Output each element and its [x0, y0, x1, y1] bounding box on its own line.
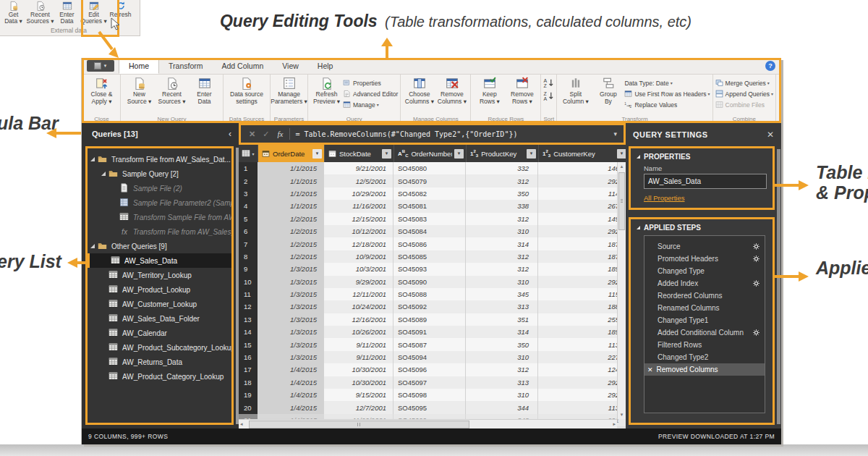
- row-number[interactable]: 7: [239, 237, 258, 250]
- table-cell[interactable]: 345: [466, 288, 538, 300]
- query-item[interactable]: AW_Territory_Lookup: [88, 268, 231, 282]
- query-item[interactable]: AW_Product_Subcategory_Lookup: [88, 340, 231, 355]
- table-cell[interactable]: 1/3/2015: [258, 326, 324, 338]
- applied-step[interactable]: ✕Removed Columns: [644, 363, 765, 376]
- row-number[interactable]: 15: [239, 338, 258, 350]
- column-header-customerkey[interactable]: 123CustomerKey▼: [539, 145, 626, 162]
- column-header-productkey[interactable]: 123ProductKey▼: [467, 145, 539, 162]
- row-number[interactable]: 10: [239, 276, 258, 288]
- ribbon-button-recent-sources[interactable]: RecentSources ▾: [156, 76, 188, 105]
- row-number[interactable]: 2: [239, 174, 258, 187]
- table-cell[interactable]: SO45094: [393, 351, 466, 363]
- horizontal-scroll-thumb[interactable]: [249, 421, 469, 428]
- query-item[interactable]: Sample File Parameter2 (Sample...: [88, 195, 231, 210]
- table-cell[interactable]: 9/11/2001: [324, 351, 393, 363]
- table-cell[interactable]: SO45098: [393, 389, 466, 401]
- gear-icon[interactable]: [752, 329, 760, 337]
- table-cell[interactable]: 187: [538, 250, 626, 263]
- table-cell[interactable]: SO45087: [393, 338, 466, 350]
- table-cell[interactable]: 350: [466, 187, 538, 200]
- table-cell[interactable]: 113: [538, 338, 626, 350]
- query-item[interactable]: AW_Sales_Data_Folder: [88, 311, 231, 326]
- table-cell[interactable]: SO45083: [393, 213, 466, 225]
- ribbon-button-remove-columns[interactable]: RemoveColumns ▾: [435, 76, 468, 105]
- help-icon[interactable]: ?: [765, 61, 775, 71]
- ribbon-button-replace-values[interactable]: 12Replace Values: [624, 100, 710, 109]
- toolbar-button-get-data[interactable]: GetData ▾: [0, 0, 27, 28]
- row-number[interactable]: 1: [239, 162, 258, 174]
- ribbon-button-refresh-preview[interactable]: RefreshPreview ▾: [310, 76, 343, 105]
- table-cell[interactable]: 1/2/2015: [258, 225, 324, 237]
- table-cell[interactable]: 313: [466, 300, 538, 313]
- table-cell[interactable]: 10/30/2001: [324, 376, 393, 389]
- query-item[interactable]: Other Queries [9]: [88, 239, 231, 253]
- table-select-all[interactable]: ▾: [239, 145, 258, 162]
- all-properties-link[interactable]: All Properties: [644, 194, 685, 202]
- applied-step[interactable]: Source: [644, 240, 765, 253]
- applied-step[interactable]: Changed Type1: [644, 314, 765, 326]
- ribbon-button-data-type[interactable]: Data Type: Date▾: [624, 78, 710, 88]
- table-cell[interactable]: 9/11/2001: [324, 338, 393, 350]
- filter-dropdown-icon[interactable]: ▼: [617, 149, 626, 159]
- table-cell[interactable]: 1/1/2015: [258, 187, 324, 200]
- vertical-scroll-thumb[interactable]: [618, 172, 625, 230]
- table-cell[interactable]: 1/2/2015: [258, 213, 324, 225]
- table-cell[interactable]: 255: [538, 313, 626, 326]
- close-icon[interactable]: ✕: [767, 130, 774, 140]
- tab-view[interactable]: View: [273, 58, 308, 74]
- tab-help[interactable]: Help: [308, 58, 343, 74]
- ribbon-button-keep-rows[interactable]: KeepRows ▾: [473, 76, 506, 105]
- table-cell[interactable]: SO45092: [393, 300, 466, 313]
- row-number[interactable]: 4: [239, 200, 258, 212]
- table-cell[interactable]: 310: [466, 389, 538, 401]
- scroll-down-icon[interactable]: ▾: [618, 410, 626, 419]
- table-cell[interactable]: 312: [466, 174, 538, 187]
- table-cell[interactable]: 10/24/2001: [324, 300, 393, 313]
- row-number[interactable]: 18: [239, 376, 258, 389]
- table-cell[interactable]: 1/1/2015: [258, 200, 324, 212]
- table-cell[interactable]: SO45095: [393, 401, 466, 413]
- ribbon-button-manage-parameters[interactable]: ManageParameters ▾: [273, 76, 305, 105]
- row-number[interactable]: 14: [239, 326, 258, 338]
- table-cell[interactable]: 227: [538, 351, 626, 363]
- collapse-panel-icon[interactable]: ‹: [229, 129, 231, 139]
- table-cell[interactable]: 1/3/2015: [258, 276, 324, 288]
- ribbon-button-merge-queries[interactable]: Merge Queries▾: [715, 78, 773, 88]
- table-cell[interactable]: 312: [466, 250, 538, 263]
- table-cell[interactable]: 10/12/2001: [324, 225, 393, 237]
- table-cell[interactable]: SO45084: [393, 225, 466, 237]
- scroll-right-icon[interactable]: ▸: [613, 420, 616, 428]
- table-cell[interactable]: 310: [466, 351, 538, 363]
- gear-icon[interactable]: [752, 242, 760, 250]
- table-cell[interactable]: 188: [538, 300, 626, 313]
- table-cell[interactable]: 310: [466, 276, 538, 288]
- row-number[interactable]: 8: [239, 250, 258, 263]
- toolbar-button-enter-data[interactable]: EnterData: [54, 0, 80, 28]
- table-cell[interactable]: 350: [466, 338, 538, 350]
- table-cell[interactable]: 189: [538, 263, 626, 275]
- tree-expander-icon[interactable]: [101, 172, 106, 176]
- applied-step[interactable]: Renamed Columns: [644, 302, 765, 314]
- table-cell[interactable]: 124: [538, 363, 626, 376]
- ribbon-button-choose-columns[interactable]: ChooseColumns ▾: [403, 76, 435, 105]
- table-cell[interactable]: SO45089: [393, 313, 466, 326]
- table-cell[interactable]: 312: [466, 213, 538, 225]
- table-cell[interactable]: SO45082: [393, 187, 466, 200]
- table-cell[interactable]: 351: [466, 313, 538, 326]
- table-cell[interactable]: SO45091: [393, 326, 466, 338]
- scroll-up-icon[interactable]: ▴: [618, 162, 626, 171]
- ribbon-button-new-source[interactable]: NewSource ▾: [123, 76, 156, 105]
- table-cell[interactable]: 1/1/2015: [258, 162, 324, 174]
- table-cell[interactable]: 310: [466, 225, 538, 237]
- tree-expander-icon[interactable]: [90, 244, 95, 248]
- filter-dropdown-icon[interactable]: ▼: [382, 149, 391, 159]
- table-cell[interactable]: SO45086: [393, 237, 466, 250]
- table-cell[interactable]: SO45085: [393, 250, 466, 263]
- gear-icon[interactable]: [752, 279, 760, 287]
- query-item[interactable]: Sample Query [2]: [88, 166, 231, 181]
- row-number[interactable]: 17: [239, 363, 258, 376]
- filter-dropdown-icon[interactable]: ▼: [454, 149, 464, 159]
- query-item[interactable]: AW_Returns_Data: [88, 355, 231, 369]
- table-cell[interactable]: 187: [538, 237, 626, 250]
- row-number[interactable]: 6: [239, 225, 258, 237]
